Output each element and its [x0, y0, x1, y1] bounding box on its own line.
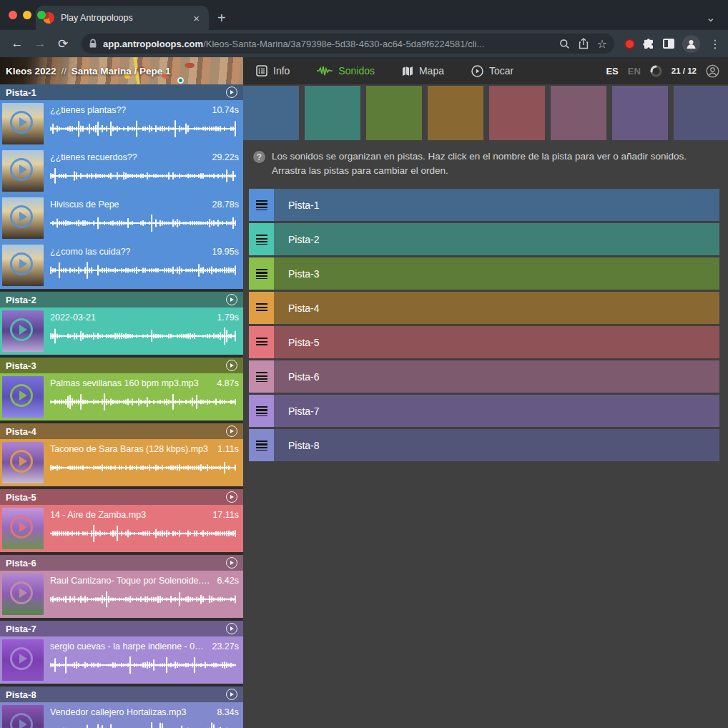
record-extension-icon[interactable] — [624, 39, 635, 49]
back-button[interactable]: ← — [7, 34, 27, 54]
lang-es-button[interactable]: ES — [606, 66, 618, 77]
clip-row[interactable]: ¿¿tienes recuerdos??29.22s — [0, 147, 243, 195]
browser-menu-icon[interactable]: ⋮ — [709, 37, 721, 51]
drag-handle[interactable] — [249, 429, 274, 461]
track-row-body[interactable]: Pista-6 — [274, 360, 719, 393]
track-play-button[interactable] — [226, 689, 237, 700]
track-header[interactable]: Pista-3 — [0, 358, 243, 373]
clip-row[interactable]: 14 - Aire de Zamba.mp317.11s — [0, 505, 243, 552]
track-play-button[interactable] — [226, 426, 237, 437]
track-row[interactable]: Pista-3 — [249, 257, 719, 290]
clip-title: Taconeo de Sara Baras (128 kbps).mp3 — [50, 444, 212, 454]
clip-row[interactable]: sergio cuevas - la harpe indienne - 03 -… — [0, 636, 243, 684]
track-header[interactable]: Pista-8 — [0, 687, 243, 702]
track-play-button[interactable] — [226, 87, 237, 98]
clip-play-icon[interactable] — [10, 384, 33, 407]
drag-handle[interactable] — [249, 189, 274, 221]
track-play-button[interactable] — [226, 360, 237, 371]
track-header[interactable]: Pista-1 — [0, 84, 243, 100]
drag-handle[interactable] — [249, 223, 274, 255]
drag-handle[interactable] — [249, 360, 274, 393]
track-row[interactable]: Pista-5 — [249, 326, 719, 358]
clip-thumbnail — [2, 574, 44, 615]
reload-button[interactable]: ⟳ — [53, 34, 73, 54]
track-play-button[interactable] — [226, 557, 237, 569]
track-row[interactable]: Pista-7 — [249, 395, 719, 427]
color-swatch — [612, 86, 668, 140]
maximize-window-button[interactable] — [37, 11, 46, 19]
clip-row[interactable]: Vendedor callejero Hortalizas.mp38.34s — [0, 702, 243, 728]
clip-row[interactable]: Hiviscus de Pepe28.78s — [0, 195, 243, 242]
track-header[interactable]: Pista-2 — [0, 292, 243, 308]
drag-handle[interactable] — [249, 292, 274, 324]
track-header[interactable]: Pista-5 — [0, 489, 243, 505]
address-bar[interactable]: app.antropoloops.com/Kleos-Santa-Marina/… — [82, 34, 614, 54]
app-nav: Info Sonidos Mapa Tocar — [256, 57, 513, 84]
clip-duration: 19.95s — [212, 247, 239, 257]
clip-play-icon[interactable] — [10, 158, 33, 181]
breadcrumb-project[interactable]: Kleos 2022 — [6, 66, 56, 77]
track-row[interactable]: Pista-2 — [249, 223, 719, 255]
clip-play-icon[interactable] — [10, 318, 33, 341]
clip-row[interactable]: ¿¿tienes plantas??10.74s — [0, 100, 243, 147]
track-play-button[interactable] — [226, 491, 237, 503]
account-icon[interactable] — [706, 64, 719, 78]
drag-handle-icon — [256, 372, 267, 382]
drag-handle[interactable] — [249, 395, 274, 427]
track-row-body[interactable]: Pista-2 — [274, 223, 719, 255]
clip-play-icon[interactable] — [10, 205, 33, 228]
clip-row[interactable]: Taconeo de Sara Baras (128 kbps).mp31.11… — [0, 439, 243, 486]
clip-row[interactable]: 2022-03-211.79s — [0, 308, 243, 355]
clip-play-icon[interactable] — [10, 713, 33, 728]
track-row-body[interactable]: Pista-8 — [274, 429, 719, 461]
track-header[interactable]: Pista-7 — [0, 621, 243, 636]
clip-play-icon[interactable] — [10, 252, 33, 275]
tab-search-chevron-icon[interactable]: ⌄ — [706, 11, 715, 24]
clip-play-icon[interactable] — [10, 450, 33, 473]
main-panel: ? Los sonidos se organizan en pistas. Ha… — [243, 84, 728, 728]
clip-play-icon[interactable] — [10, 516, 33, 538]
track-play-button[interactable] — [226, 294, 237, 305]
clip-row[interactable]: Palmas sevillanas 160 bpm mp3.mp34.87s — [0, 373, 243, 420]
extensions-puzzle-icon[interactable] — [643, 38, 655, 50]
track-row[interactable]: Pista-8 — [249, 429, 719, 461]
close-window-button[interactable] — [9, 11, 17, 19]
clip-body: Palmas sevillanas 160 bpm mp3.mp34.87s — [44, 373, 243, 420]
track-row[interactable]: Pista-1 — [249, 189, 719, 221]
bookmark-star-icon[interactable]: ☆ — [597, 37, 607, 51]
breadcrumb-remix[interactable]: Santa Marina / Pepe 1 — [72, 66, 171, 77]
lang-en-button[interactable]: EN — [628, 66, 641, 77]
track-row-body[interactable]: Pista-5 — [274, 326, 719, 358]
new-tab-button[interactable]: + — [217, 10, 226, 26]
profile-avatar[interactable] — [682, 35, 700, 53]
clip-play-icon[interactable] — [10, 581, 33, 604]
nav-tab-tocar[interactable]: Tocar — [471, 65, 513, 77]
track-row[interactable]: Pista-4 — [249, 292, 719, 324]
clip-play-icon[interactable] — [10, 111, 33, 134]
nav-tab-info[interactable]: Info — [256, 65, 290, 77]
nav-tab-mapa[interactable]: Mapa — [402, 65, 444, 77]
track-play-button[interactable] — [226, 623, 237, 634]
track-header[interactable]: Pista-4 — [0, 423, 243, 439]
share-icon[interactable] — [579, 38, 589, 49]
clip-row[interactable]: ¿¿como las cuida??19.95s — [0, 242, 243, 289]
track-row[interactable]: Pista-6 — [249, 360, 719, 393]
nav-tab-sonidos[interactable]: Sonidos — [317, 65, 375, 77]
track-row-body[interactable]: Pista-4 — [274, 292, 719, 324]
zoom-search-icon[interactable] — [559, 39, 570, 49]
track-header[interactable]: Pista-6 — [0, 555, 243, 571]
clip-row[interactable]: Raul Cantizano- Toque por Solenoide.mp36… — [0, 571, 243, 618]
tab-close-icon[interactable]: × — [191, 12, 202, 24]
drag-handle[interactable] — [249, 257, 274, 290]
clip-thumbnail — [2, 197, 44, 239]
side-panel-icon[interactable] — [663, 39, 674, 49]
clip-play-icon[interactable] — [10, 647, 33, 670]
track-row-body[interactable]: Pista-1 — [274, 189, 719, 221]
drag-handle[interactable] — [249, 326, 274, 358]
track-row-body[interactable]: Pista-3 — [274, 257, 719, 290]
clip-title: ¿¿como las cuida?? — [50, 247, 206, 257]
forward-button[interactable]: → — [30, 34, 50, 54]
browser-tab[interactable]: Play Antropoloops × — [36, 6, 209, 30]
minimize-window-button[interactable] — [23, 11, 31, 19]
track-row-body[interactable]: Pista-7 — [274, 395, 719, 427]
